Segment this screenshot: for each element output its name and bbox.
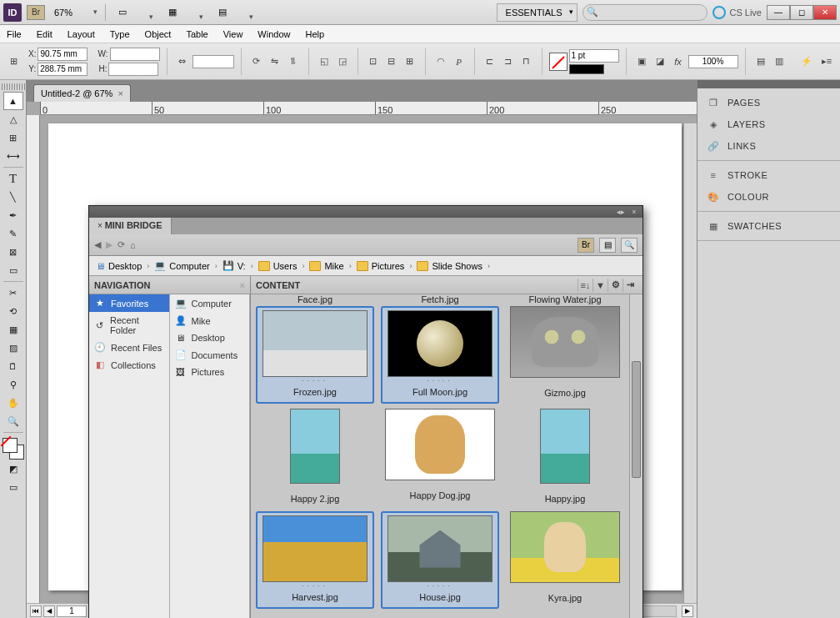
pencil-tool[interactable]: ✎ <box>3 224 23 243</box>
page-number-input[interactable] <box>57 605 87 617</box>
mb-panel-view-button[interactable]: ▤ <box>599 238 616 253</box>
rectangle-tool[interactable]: ▭ <box>3 261 23 279</box>
menu-type[interactable]: Type <box>110 29 130 39</box>
page-tool[interactable]: ⊞ <box>3 128 23 147</box>
distribute-icon[interactable]: ⊓ <box>518 53 535 70</box>
crumb-users[interactable]: Users <box>257 261 299 271</box>
zoom-dropdown[interactable]: 67% <box>50 5 100 20</box>
menu-layout[interactable]: Layout <box>68 29 95 39</box>
mb-scrollbar[interactable] <box>629 294 642 618</box>
y-input[interactable] <box>38 63 88 76</box>
mb-home-icon[interactable]: ⌂ <box>130 240 136 250</box>
gradient-feather-tool[interactable]: ▨ <box>3 339 23 357</box>
scale-x-icon[interactable]: ⇔ <box>174 53 191 70</box>
mb-collapse-icon[interactable]: ◂▸ <box>616 208 626 216</box>
nav-recent-files[interactable]: 🕘Recent Files <box>89 339 169 356</box>
rectangle-frame-tool[interactable]: ⊠ <box>3 243 23 261</box>
control-menu-icon[interactable]: ▸≡ <box>818 53 835 70</box>
mb-close-icon[interactable]: × <box>629 208 639 216</box>
tools-icon[interactable]: ⚙ <box>608 279 622 292</box>
mb-thumbnail-grid[interactable]: Face.jpg Fetch.jpg Flowing Water.jpg ···… <box>251 294 629 618</box>
mb-titlebar[interactable]: ◂▸ × <box>89 206 642 218</box>
reference-point-icon[interactable]: ⊞ <box>5 53 22 70</box>
effects-icon[interactable]: ▣ <box>633 53 650 70</box>
document-tab[interactable]: Untitled-2 @ 67% × <box>33 84 131 102</box>
panel-layers[interactable]: ◈LAYERS <box>698 113 840 135</box>
view-mode-icon[interactable]: ▭ <box>3 478 23 496</box>
panel-grip[interactable] <box>2 83 25 90</box>
prev-page-button[interactable]: ◀ <box>43 605 55 617</box>
sort-icon[interactable]: ≡↓ <box>578 279 592 292</box>
fit-frame-icon[interactable]: ⊟ <box>383 53 400 70</box>
nav-pictures[interactable]: 🖼Pictures <box>170 364 250 380</box>
p-icon[interactable]: P <box>451 53 468 70</box>
search-input[interactable] <box>582 4 708 21</box>
align-left-icon[interactable]: ⊏ <box>482 53 498 70</box>
nav-recent-folder[interactable]: ↺Recent Folder <box>89 312 169 339</box>
hand-tool[interactable]: ✋ <box>3 394 23 412</box>
panel-stroke[interactable]: ≡STROKE <box>698 164 840 186</box>
center-content-icon[interactable]: ⊞ <box>402 53 418 70</box>
view-options-dropdown[interactable] <box>239 10 256 15</box>
maximize-button[interactable]: ◻ <box>790 5 813 20</box>
thumb-happy[interactable]: Happy.jpg <box>506 409 624 506</box>
crumb-slideshows[interactable]: Slide Shows <box>415 261 484 271</box>
panel-swatches[interactable]: ▦SWATCHES <box>698 215 840 237</box>
place-icon[interactable]: ⇥ <box>622 279 638 292</box>
free-transform-tool[interactable]: ⟲ <box>3 302 23 320</box>
scissors-tool[interactable]: ✂ <box>3 284 23 302</box>
view-options-icon[interactable]: ▤ <box>211 3 234 22</box>
cslive-button[interactable]: CS Live <box>712 6 762 19</box>
mb-reload-icon[interactable]: ⟳ <box>118 239 125 250</box>
vertical-scrollbar[interactable] <box>683 123 697 603</box>
arrange-docs-icon[interactable]: ▦ <box>161 3 184 22</box>
drop-shadow-icon[interactable]: ◪ <box>652 53 668 70</box>
stroke-weight-input[interactable] <box>569 49 619 63</box>
crumb-drive[interactable]: 💾V: <box>221 260 248 271</box>
text-wrap-icon[interactable]: ▤ <box>752 53 769 70</box>
dock-grip[interactable] <box>698 80 840 88</box>
zoom-tool[interactable]: 🔍 <box>3 412 23 430</box>
thumb-happydog[interactable]: Happy Dog.jpg <box>381 409 499 506</box>
crumb-desktop[interactable]: 🖥Desktop <box>94 261 143 271</box>
workspace-switcher[interactable]: ESSENTIALS <box>497 3 578 22</box>
fit-content-icon[interactable]: ⊡ <box>365 53 382 70</box>
mb-back-button[interactable]: ◀ <box>94 239 101 250</box>
bridge-icon[interactable]: Br <box>27 5 45 20</box>
select-container-icon[interactable]: ◱ <box>316 53 332 70</box>
gap-tool[interactable]: ⟷ <box>3 147 23 165</box>
thumb-happy2[interactable]: Happy 2.jpg <box>256 409 374 506</box>
rotate-icon[interactable]: ⟳ <box>248 53 265 70</box>
w-input[interactable] <box>110 48 160 61</box>
quick-apply-icon[interactable]: ⚡ <box>798 53 815 70</box>
fill-swatch[interactable] <box>549 53 568 71</box>
panel-links[interactable]: 🔗LINKS <box>698 135 840 157</box>
fill-stroke-swap[interactable] <box>2 438 24 460</box>
nav-desktop[interactable]: 🖥Desktop <box>170 329 250 346</box>
close-button[interactable]: ✕ <box>813 5 837 20</box>
screen-mode-dropdown[interactable] <box>139 10 156 15</box>
thumb-gizmo[interactable]: Gizmo.jpg <box>506 306 624 404</box>
direct-selection-tool[interactable]: △ <box>3 110 23 128</box>
nav-collections[interactable]: ◧Collections <box>89 356 169 374</box>
stroke-style-swatch[interactable] <box>569 64 604 74</box>
thumb-kyra[interactable]: Kyra.jpg <box>506 511 624 609</box>
type-tool[interactable]: T <box>3 169 23 188</box>
flip-v-icon[interactable]: ⥮ <box>285 53 302 70</box>
x-input[interactable] <box>38 48 88 61</box>
filter-icon[interactable]: ▼ <box>592 279 608 292</box>
flip-h-icon[interactable]: ⇋ <box>267 53 283 70</box>
minimize-button[interactable]: — <box>767 5 790 20</box>
nav-favorites[interactable]: ★Favorites <box>89 294 169 312</box>
crumb-pictures[interactable]: Pictures <box>355 261 407 271</box>
line-tool[interactable]: ╲ <box>3 188 23 206</box>
thumb-fullmoon[interactable]: ·····Full Moon.jpg <box>381 306 499 404</box>
scale-x-input[interactable] <box>192 55 234 68</box>
menu-object[interactable]: Object <box>145 29 172 39</box>
thumb-house[interactable]: ·····House.jpg <box>381 511 499 609</box>
menu-table[interactable]: Table <box>186 29 208 39</box>
crumb-mike[interactable]: Mike <box>308 261 345 271</box>
mb-search-button[interactable]: 🔍 <box>621 238 638 253</box>
mb-bridge-button[interactable]: Br <box>578 238 594 253</box>
fx-icon[interactable]: fx <box>670 53 687 70</box>
